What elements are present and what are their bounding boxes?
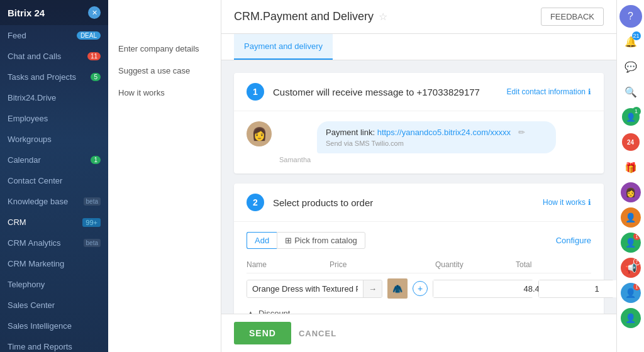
sidebar-item-sales-center[interactable]: Sales Center (0, 295, 108, 316)
sidebar-item-crm[interactable]: CRM 99+ (0, 212, 108, 233)
col-price: Price (330, 260, 430, 269)
sidebar-item-label: Sales Intelligence (8, 321, 72, 331)
step2-number: 2 (247, 194, 264, 211)
configure-button[interactable]: Configure (556, 232, 591, 249)
message-prefix: Payment link: (326, 128, 377, 137)
contact-avatar-5[interactable]: 👤 1 (621, 283, 641, 303)
step1-action[interactable]: Edit contact information ℹ (507, 87, 591, 96)
add-product-image-button[interactable]: + (413, 281, 428, 296)
sidebar-item-crm-marketing[interactable]: CRM Marketing (0, 253, 108, 274)
sidebar-item-label: Tasks and Projects (8, 72, 76, 82)
sidebar-item-label: Telephony (8, 280, 45, 289)
sidebar-close-button[interactable]: ✕ (88, 6, 101, 19)
help-icon[interactable]: ? (619, 5, 642, 28)
sidebar-item-knowledge-base[interactable]: Knowledge base beta (0, 191, 108, 212)
sidebar-item-label: Chat and Calls (8, 52, 61, 61)
submenu: Enter company details Suggest a use case… (108, 0, 221, 352)
step1-number: 1 (247, 83, 264, 101)
send-button[interactable]: SEND (234, 322, 291, 344)
sidebar-item-telephony[interactable]: Telephony (0, 274, 108, 295)
cancel-button[interactable]: CANCEL (299, 329, 336, 338)
sidebar-item-label: CRM (8, 217, 26, 227)
price-field: $ (433, 280, 533, 298)
gift-icon[interactable]: 🎁 (619, 156, 642, 179)
contact-avatar-6[interactable]: 👤 (621, 308, 641, 328)
step1-action-label: Edit contact information (507, 87, 586, 96)
step1-card: 1 Customer will receive message to +1703… (234, 73, 604, 173)
message-link[interactable]: https://yanandco5.bitrix24.com/xxxxx (377, 128, 511, 137)
b24-icon[interactable]: 24 (619, 131, 642, 153)
notifications-icon[interactable]: 🔔 21 (619, 30, 642, 53)
tab-bar: Payment and delivery (221, 34, 616, 60)
crm-analytics-beta-badge: beta (84, 239, 101, 247)
user-badge: 1 (632, 107, 641, 116)
contact-avatar-2[interactable]: 👤 (621, 207, 641, 228)
sidebar: Bitrix 24 ✕ Feed DEAL Chat and Calls 11 … (0, 0, 108, 352)
submenu-item-how-it-works[interactable]: How it works (108, 82, 221, 104)
sidebar-item-label: Calendar (8, 155, 41, 165)
customer-section: 👩 Payment link: https://yanandco5.bitrix… (234, 111, 604, 173)
contact-avatar-3[interactable]: 👤 1 (621, 233, 641, 253)
sidebar-item-crm-analytics[interactable]: CRM Analytics beta (0, 233, 108, 253)
sidebar-item-sales-intelligence[interactable]: Sales Intelligence (0, 316, 108, 336)
products-toolbar: Add ⊞ Pick from catalog Configure (247, 232, 591, 249)
submenu-item-company-details[interactable]: Enter company details (108, 38, 221, 60)
product-name-arrow-icon[interactable]: → (363, 280, 382, 297)
favorite-star-icon[interactable]: ☆ (379, 11, 387, 23)
sidebar-item-employees[interactable]: Employees (0, 108, 108, 129)
search-icon[interactable]: 🔍 (619, 80, 642, 103)
avatar-emoji-6: 👤 (625, 313, 636, 323)
sidebar-item-label: CRM Analytics (8, 238, 61, 248)
pick-from-catalog-button[interactable]: ⊞ Pick from catalog (277, 232, 365, 249)
sidebar-item-label: Knowledge base (8, 197, 68, 206)
discount-toggle[interactable]: ▲ Discount (247, 309, 591, 314)
step2-action[interactable]: How it works ℹ (543, 198, 591, 207)
sidebar-item-time-reports[interactable]: Time and Reports (0, 336, 108, 352)
app-logo: Bitrix 24 (8, 8, 45, 18)
content-area: 1 Customer will receive message to +1703… (221, 60, 616, 314)
avatar-emoji-2: 👤 (625, 212, 636, 223)
step1-header: 1 Customer will receive message to +1703… (234, 73, 604, 111)
step2-card: 2 Select products to order How it works … (234, 184, 604, 314)
user-status-icon[interactable]: 👤 1 (619, 106, 642, 128)
discount-label: Discount (258, 309, 291, 314)
info-icon2: ℹ (588, 198, 591, 207)
submenu-item-suggest-use-case[interactable]: Suggest a use case (108, 60, 221, 82)
avatar3-badge: 1 (633, 233, 641, 240)
step2-header: 2 Select products to order How it works … (234, 184, 604, 222)
contact-avatar-4[interactable]: 📢 7 (621, 258, 641, 278)
sidebar-item-label: Contact Center (8, 176, 62, 185)
crm-badge: 99+ (82, 218, 101, 227)
chat-icon[interactable]: 💬 (619, 55, 642, 78)
step2-title: Select products to order (273, 197, 543, 208)
sidebar-item-chat[interactable]: Chat and Calls 11 (0, 46, 108, 67)
sidebar-header: Bitrix 24 ✕ (0, 0, 108, 25)
step2-action-label: How it works (543, 198, 586, 207)
sidebar-item-label: Feed (8, 31, 26, 40)
sidebar-item-tasks[interactable]: Tasks and Projects 5 (0, 67, 108, 87)
product-row: → 🧥 + $ pcs. 45.99 $ (247, 278, 591, 299)
sidebar-item-contact-center[interactable]: Contact Center (0, 170, 108, 191)
right-panel: ? 🔔 21 💬 🔍 👤 1 24 🎁 👩 👤 👤 1 📢 7 👤 1 👤 (616, 0, 644, 352)
sidebar-item-workgroups[interactable]: Workgroups (0, 129, 108, 150)
product-name-field: → (247, 280, 382, 298)
pencil-icon[interactable]: ✏ (518, 128, 525, 137)
tab-payment-delivery[interactable]: Payment and delivery (234, 34, 333, 60)
col-total: Total (516, 260, 591, 269)
message-via: Send via SMS Twilio.com (326, 140, 547, 147)
col-quantity: Quantity (435, 260, 511, 269)
feedback-button[interactable]: FEEDBACK (541, 8, 604, 26)
add-product-button[interactable]: Add (247, 232, 277, 249)
quantity-input[interactable] (539, 280, 616, 297)
catalog-label: Pick from catalog (294, 236, 357, 245)
sidebar-item-label: Time and Reports (8, 342, 72, 351)
avatar-name: Samantha (279, 156, 591, 163)
sidebar-item-feed[interactable]: Feed DEAL (0, 25, 108, 46)
sidebar-item-calendar[interactable]: Calendar 1 (0, 150, 108, 170)
product-name-input[interactable] (247, 280, 363, 297)
price-input[interactable] (433, 280, 549, 297)
page-title-text: CRM.Payment and Delivery (234, 10, 374, 23)
knowledge-beta-badge: beta (84, 197, 101, 206)
sidebar-item-drive[interactable]: Bitrix24.Drive (0, 87, 108, 108)
contact-avatar-1[interactable]: 👩 (621, 182, 641, 202)
